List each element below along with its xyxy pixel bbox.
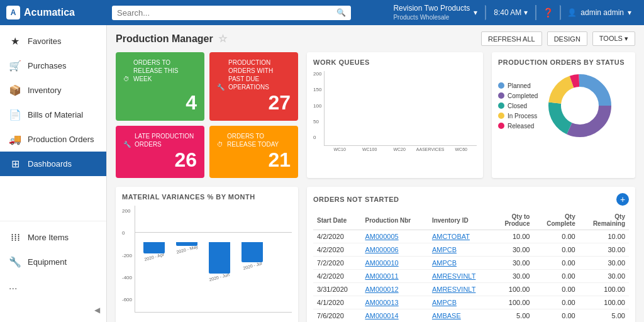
legend-label-released: Released [508, 123, 534, 130]
cell-prod-nbr[interactable]: AM000006 [361, 243, 428, 257]
production-status-title: PRODUCTION ORDERS BY STATUS [498, 58, 629, 66]
work-queues-title: WORK QUEUES [313, 58, 477, 66]
sidebar-item-production-orders[interactable]: 🚚 Production Orders [0, 127, 106, 152]
user-area[interactable]: 👤 admin admin ▾ [560, 6, 638, 19]
cell-qty-remaining: 30.00 [579, 257, 629, 270]
company-area[interactable]: Revision Two Products Products Wholesale… [386, 1, 485, 25]
sidebar-item-equipment[interactable]: 🔧 Equipment [0, 250, 106, 274]
sidebar-label-inventory: Inventory [28, 86, 61, 95]
status-legend: Planned Completed Closed In Process [498, 82, 538, 130]
favorite-star-icon[interactable]: ☆ [218, 33, 227, 45]
kpi-card-orders-week[interactable]: ⏱ ORDERS TO RELEASE THIS WEEK 4 [116, 52, 204, 121]
kpi-label-0: ORDERS TO RELEASE THIS WEEK [133, 58, 197, 83]
table-row: 3/31/2020 AM000012 AMRESVINLT 100.00 0.0… [313, 283, 629, 296]
inventory-icon: 📦 [9, 84, 21, 96]
kpi-card-late[interactable]: 🔧 LATE PRODUCTION ORDERS 26 [116, 126, 204, 178]
cell-qty-produce: 100.00 [492, 283, 533, 296]
col-start-date: Start Date [313, 211, 361, 230]
legend-released: Released [498, 123, 538, 130]
col-inv-id: Inventory ID [428, 211, 492, 230]
sidebar-item-ellipsis[interactable]: ... [0, 274, 106, 298]
top-nav: A Acumatica 🔍 Revision Two Products Prod… [0, 0, 644, 25]
orders-table-head: Start Date Production Nbr Inventory ID Q… [313, 211, 629, 230]
sidebar-collapse-button[interactable]: ◀ [0, 302, 106, 318]
cell-prod-nbr[interactable]: AM000005 [361, 230, 428, 243]
legend-dot-closed [498, 103, 504, 109]
time-chevron-icon: ▾ [524, 8, 528, 17]
kpi-icon-3: ⏱ [217, 140, 223, 148]
mv-y-0: 0 [122, 230, 132, 236]
mv-label-jun: 2020 - Jun [209, 272, 230, 282]
legend-dot-planned [498, 82, 504, 89]
cell-qty-produce: 30.00 [492, 270, 533, 283]
orders-table-body: 4/2/2020 AM000005 AMCTOBAT 10.00 0.00 10… [313, 230, 629, 323]
cell-prod-nbr[interactable]: AM000010 [361, 257, 428, 270]
sidebar-label-purchases: Purchases [28, 61, 66, 70]
sidebar-item-purchases[interactable]: 🛒 Purchases [0, 53, 106, 78]
cell-prod-nbr[interactable]: AM000012 [361, 283, 428, 296]
production-orders-icon: 🚚 [9, 133, 21, 145]
refresh-all-button[interactable]: REFRESH ALL [481, 31, 542, 46]
page-header: Production Manager ☆ REFRESH ALL DESIGN … [116, 31, 635, 46]
kpi-icon-1: 🔧 [217, 83, 225, 91]
bottom-row: MATERIAL VARIANCES % BY MONTH 200 0 -200… [116, 187, 635, 322]
kpi-number-2: 26 [123, 148, 197, 172]
wq-y-100: 100 [313, 103, 321, 109]
cell-qty-remaining: 5.00 [579, 309, 629, 323]
tools-button[interactable]: TOOLS ▾ [592, 31, 635, 46]
design-button[interactable]: DESIGN [547, 31, 587, 46]
cell-date: 4/2/2020 [313, 243, 361, 257]
work-queues-widget: WORK QUEUES 200 150 100 50 0 [307, 52, 483, 178]
search-input[interactable] [117, 8, 333, 18]
sidebar-bottom: ⁞⁞⁞ More Items 🔧 Equipment ... [0, 221, 106, 302]
col-qty-remaining: QtyRemaining [579, 211, 629, 230]
cell-inv-id[interactable]: AMPCB [428, 257, 492, 270]
legend-dot-inprocess [498, 113, 504, 119]
legend-label-planned: Planned [508, 82, 531, 89]
sidebar-item-favorites[interactable]: ★ Favorites [0, 29, 106, 53]
equipment-icon: 🔧 [9, 256, 21, 268]
dashboard-top-grid: ⏱ ORDERS TO RELEASE THIS WEEK 4 🔧 PRODUC… [116, 52, 635, 178]
cell-prod-nbr[interactable]: AM000011 [361, 270, 428, 283]
kpi-card-past-due[interactable]: 🔧 PRODUCTION ORDERS WITH PAST DUE OPERAT… [209, 52, 298, 121]
time-area[interactable]: 8:40 AM ▾ [486, 6, 535, 19]
time-text: 8:40 AM [494, 8, 521, 17]
user-chevron-icon: ▾ [628, 8, 631, 17]
mv-bar-jun: 2020 - Jun [206, 242, 233, 279]
cell-inv-id[interactable]: AMRESVINLT [428, 270, 492, 283]
cell-date: 4/1/2020 [313, 296, 361, 309]
cell-inv-id[interactable]: AMPCB [428, 296, 492, 309]
cell-qty-remaining: 10.00 [579, 230, 629, 243]
sidebar-label-bom: Bills of Material [28, 110, 83, 119]
cell-inv-id[interactable]: AMBASE [428, 309, 492, 323]
kpi-cards-section: ⏱ ORDERS TO RELEASE THIS WEEK 4 🔧 PRODUC… [116, 52, 298, 178]
add-order-button[interactable]: + [616, 193, 629, 206]
kpi-card-release-today[interactable]: ⏱ ORDERS TO RELEASE TODAY 21 [209, 126, 298, 178]
cell-inv-id[interactable]: AMCTOBAT [428, 230, 492, 243]
legend-closed: Closed [498, 103, 538, 109]
sidebar-item-more[interactable]: ⁞⁞⁞ More Items [0, 225, 106, 250]
cell-qty-produce: 10.00 [492, 230, 533, 243]
user-name: admin admin [580, 8, 624, 17]
cell-prod-nbr[interactable]: AM000013 [361, 296, 428, 309]
table-row: 7/6/2020 AM000014 AMBASE 5.00 0.00 5.00 [313, 309, 629, 323]
kpi-icon-0: ⏱ [123, 75, 130, 83]
cell-date: 4/2/2020 [313, 270, 361, 283]
logo-area: A Acumatica [6, 6, 107, 19]
col-prod-nbr: Production Nbr [361, 211, 428, 230]
sidebar-item-inventory[interactable]: 📦 Inventory [0, 78, 106, 103]
cell-prod-nbr[interactable]: AM000014 [361, 309, 428, 323]
search-icon: 🔍 [336, 8, 346, 17]
cell-inv-id[interactable]: AMRESVINLT [428, 283, 492, 296]
cell-qty-complete: 0.00 [533, 283, 579, 296]
legend-inprocess: In Process [498, 113, 538, 119]
sidebar-item-dashboards[interactable]: ⊞ Dashboards [0, 152, 106, 176]
sidebar-item-bom[interactable]: 📄 Bills of Material [0, 103, 106, 127]
orders-table-header-row: ORDERS NOT STARTED + [313, 193, 629, 206]
help-button[interactable]: ❓ [536, 5, 560, 20]
search-box[interactable]: 🔍 [112, 6, 351, 20]
material-variance-title: MATERIAL VARIANCES % BY MONTH [122, 193, 292, 201]
dashboards-icon: ⊞ [9, 158, 21, 170]
cell-inv-id[interactable]: AMPCB [428, 243, 492, 257]
kpi-number-0: 4 [123, 91, 197, 114]
